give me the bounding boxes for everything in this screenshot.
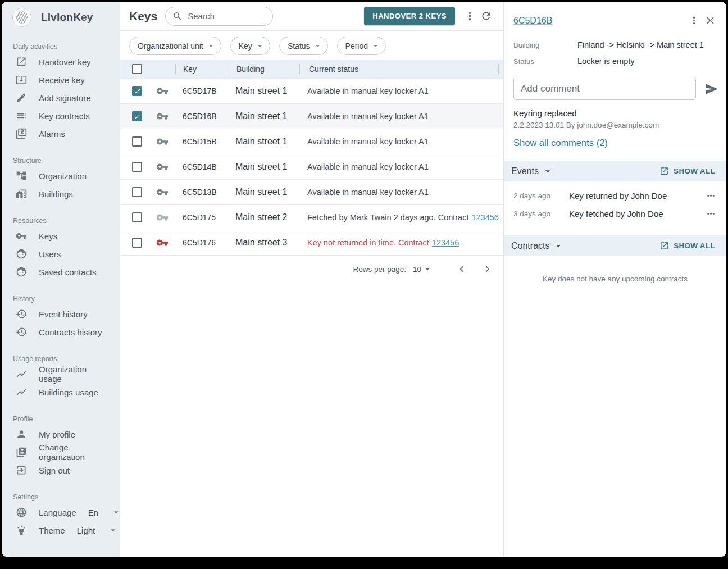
section-structure: Structure Organization Buildings bbox=[2, 154, 120, 203]
sidebar-item-theme[interactable]: Theme Light bbox=[2, 521, 120, 539]
previous-page-icon[interactable] bbox=[456, 263, 467, 275]
sidebar-item-label: Receive key bbox=[39, 75, 85, 85]
search-box[interactable] bbox=[165, 7, 273, 26]
table-row[interactable]: 6C5D176 Main street 3 Key not returned i… bbox=[120, 230, 503, 256]
field-building: Building Finland -> Helsinki -> Main str… bbox=[513, 40, 717, 49]
sidebar-item-receive-key[interactable]: Receive key bbox=[2, 71, 120, 89]
theme-value[interactable]: Light bbox=[77, 526, 95, 535]
event-more-button[interactable] bbox=[704, 207, 717, 220]
row-checkbox[interactable] bbox=[132, 86, 142, 96]
sidebar-item-buildings[interactable]: Buildings bbox=[2, 185, 120, 203]
column-separator bbox=[498, 64, 499, 74]
row-checkbox[interactable] bbox=[132, 136, 142, 147]
search-input[interactable] bbox=[188, 11, 266, 21]
table-row[interactable]: 6C5D13B Main street 1 Available in manua… bbox=[120, 180, 503, 205]
sidebar-item-label: Language bbox=[39, 508, 76, 517]
sidebar-item-label: Change organization bbox=[39, 443, 112, 462]
close-icon bbox=[704, 15, 716, 26]
rows-per-page-label: Rows per page: bbox=[353, 265, 406, 274]
sidebar-item-keys[interactable]: Keys bbox=[2, 227, 120, 245]
open-in-new-icon bbox=[16, 56, 27, 67]
key-id-link[interactable]: 6C5D16B bbox=[513, 16, 552, 26]
event-text: Key returned by John Doe bbox=[569, 191, 704, 201]
cell-key-id: 6C5D14B bbox=[175, 162, 225, 171]
row-checkbox[interactable] bbox=[132, 187, 142, 197]
table-row[interactable]: 6C5D17B Main street 1 Available in manua… bbox=[120, 79, 503, 104]
key-icon bbox=[156, 161, 169, 173]
sidebar-item-change-organization[interactable]: Change organization bbox=[2, 443, 120, 461]
sidebar-item-handover-key[interactable]: Handover key bbox=[2, 53, 120, 71]
event-more-button[interactable] bbox=[704, 189, 717, 202]
face-icon bbox=[16, 266, 27, 277]
sidebar-item-users[interactable]: Users bbox=[2, 245, 120, 263]
add-comment-input[interactable] bbox=[513, 78, 696, 100]
chevron-down-icon bbox=[312, 40, 323, 51]
sidebar-item-label: Organization usage bbox=[39, 365, 112, 384]
sidebar-item-key-contracts[interactable]: Key contracts bbox=[2, 107, 120, 125]
filter-organizational-unit[interactable]: Organizational unit bbox=[129, 37, 221, 55]
table-row[interactable]: 6C5D15B Main street 1 Available in manua… bbox=[120, 129, 503, 154]
key-icon bbox=[156, 236, 169, 249]
sidebar-item-saved-contacts[interactable]: Saved contacts bbox=[2, 263, 120, 281]
cell-status: Available in manual key locker A1 bbox=[298, 188, 503, 197]
section-daily-activities: Daily activities Handover key Receive ke… bbox=[2, 40, 120, 143]
send-comment-button[interactable] bbox=[703, 81, 720, 97]
refresh-button[interactable] bbox=[478, 8, 494, 24]
page-title: Keys bbox=[129, 10, 157, 23]
table-more-menu-button[interactable] bbox=[462, 8, 478, 24]
key-icon bbox=[156, 186, 169, 198]
person-icon bbox=[16, 429, 27, 440]
contract-link[interactable]: 123456 bbox=[432, 238, 459, 247]
row-checkbox[interactable] bbox=[132, 111, 142, 121]
sidebar-item-buildings-usage[interactable]: Buildings usage bbox=[2, 383, 120, 401]
panel-more-menu-button[interactable] bbox=[686, 12, 702, 29]
app-window: LivionKey Daily activities Handover key … bbox=[0, 0, 728, 569]
filter-key[interactable]: Key bbox=[230, 37, 270, 55]
cell-building: Main street 1 bbox=[225, 136, 298, 147]
table-row[interactable]: 6C5D16B Main street 1 Available in manua… bbox=[120, 104, 503, 129]
sidebar-item-event-history[interactable]: Event history bbox=[2, 305, 120, 323]
table-row[interactable]: 6C5D175 Main street 2 Fetched by Mark Tw… bbox=[120, 205, 503, 230]
next-page-icon[interactable] bbox=[482, 263, 493, 275]
table-row[interactable]: 6C5D14B Main street 1 Available in manua… bbox=[120, 154, 503, 180]
sidebar-item-contracts-history[interactable]: Contracts history bbox=[2, 323, 120, 341]
row-checkbox[interactable] bbox=[132, 212, 142, 222]
select-all-checkbox[interactable] bbox=[132, 64, 142, 74]
filter-label: Organizational unit bbox=[138, 42, 203, 51]
collapse-events-icon[interactable] bbox=[542, 166, 553, 177]
send-icon bbox=[704, 82, 718, 96]
rows-per-page-value[interactable]: 10 bbox=[413, 265, 421, 274]
events-show-all-button[interactable]: SHOW ALL bbox=[659, 166, 715, 176]
row-checkbox[interactable] bbox=[132, 162, 142, 172]
events-section-header: Events SHOW ALL bbox=[504, 161, 726, 181]
sidebar-item-alarms[interactable]: Alarms bbox=[2, 125, 120, 143]
collapse-contracts-icon[interactable] bbox=[553, 240, 564, 252]
header-checkbox-cell bbox=[120, 64, 175, 74]
sidebar-item-language[interactable]: Language En bbox=[2, 503, 120, 521]
language-value[interactable]: En bbox=[88, 508, 98, 517]
sidebar-item-organization-usage[interactable]: Organization usage bbox=[2, 365, 120, 383]
handover-keys-button[interactable]: HANDOVER 2 KEYS bbox=[364, 7, 455, 25]
main-header: Keys HANDOVER 2 KEYS bbox=[120, 2, 503, 31]
chevron-down-icon[interactable] bbox=[422, 264, 433, 274]
sidebar-item-my-profile[interactable]: My profile bbox=[2, 425, 120, 443]
key-icon bbox=[156, 211, 169, 224]
contracts-title: Contracts bbox=[511, 241, 549, 251]
close-panel-button[interactable] bbox=[702, 12, 718, 29]
history-icon bbox=[16, 326, 27, 338]
sidebar-item-organization[interactable]: Organization bbox=[2, 167, 120, 185]
sidebar-item-sign-out[interactable]: Sign out bbox=[2, 461, 120, 479]
buildings-icon bbox=[16, 188, 27, 199]
row-checkbox[interactable] bbox=[132, 238, 142, 248]
field-status: Status Locker is empty bbox=[513, 57, 717, 66]
filter-status[interactable]: Status bbox=[279, 37, 328, 55]
sidebar-item-label: Contracts history bbox=[39, 327, 102, 337]
contract-link[interactable]: 123456 bbox=[471, 213, 498, 222]
show-all-comments-link[interactable]: Show all comments (2) bbox=[513, 138, 726, 148]
filter-period[interactable]: Period bbox=[337, 37, 386, 55]
sidebar-item-add-signature[interactable]: Add signature bbox=[2, 89, 120, 107]
cell-key-id: 6C5D13B bbox=[175, 188, 225, 197]
show-all-label: SHOW ALL bbox=[674, 167, 715, 175]
contracts-show-all-button[interactable]: SHOW ALL bbox=[659, 241, 715, 251]
pagination: Rows per page: 10 bbox=[120, 256, 503, 283]
